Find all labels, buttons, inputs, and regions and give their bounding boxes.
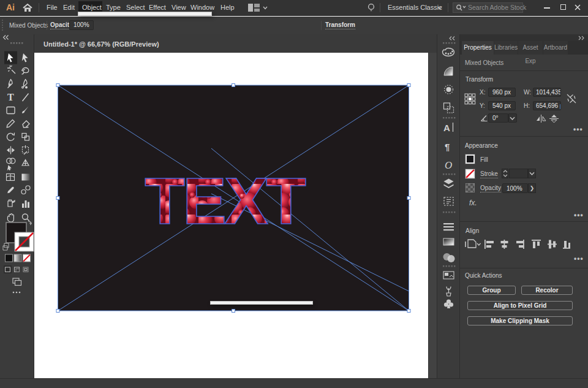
svg-text:¶: ¶ — [445, 142, 450, 152]
svg-text:O: O — [445, 159, 452, 171]
svg-text:T: T — [7, 92, 14, 102]
svg-text:TEXT: TEXT — [145, 164, 306, 238]
svg-text:A: A — [443, 123, 450, 133]
